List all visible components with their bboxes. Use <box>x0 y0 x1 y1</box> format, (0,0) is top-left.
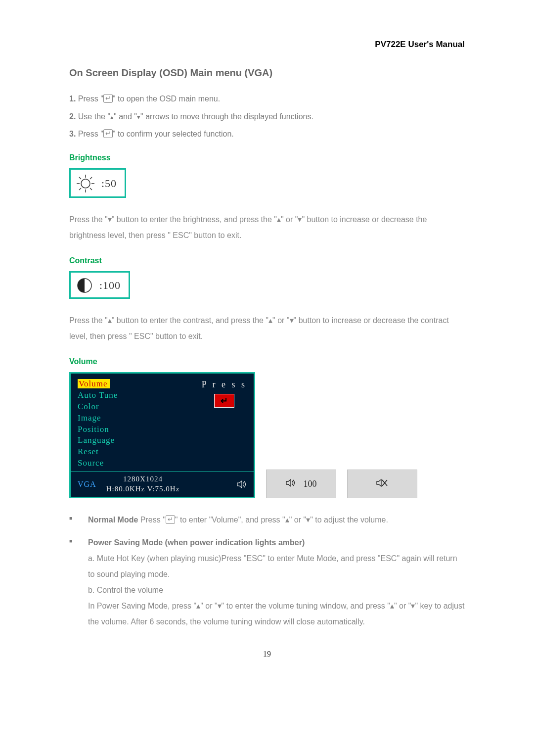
resolution-label: 1280X1024 H:80.0KHz V:75.0Hz <box>106 474 180 494</box>
text: " to enter the volume tuning window, and… <box>222 602 390 610</box>
osd-press-hint: P r e s s ↵ <box>202 378 247 470</box>
text: " or " <box>394 602 411 610</box>
text: Press " <box>138 516 165 524</box>
speaker-icon <box>286 478 298 490</box>
mute-indicator-box <box>347 470 417 498</box>
text: " button to enter the contrast, and pres… <box>112 316 268 325</box>
osd-menu-item: Language <box>78 435 115 445</box>
volume-level-value: 100 <box>304 479 317 489</box>
osd-menu-item: Auto Tune <box>78 390 118 400</box>
osd-status-bar: VGA 1280X1024 H:80.0KHz V:75.0Hz <box>71 471 254 497</box>
text: Press the " <box>69 215 108 224</box>
enter-key-icon: ↵ <box>214 394 234 408</box>
document-title: PV722E User's Manual <box>69 40 465 49</box>
step-2: 2. Use the "▴" and "▾" arrows to move th… <box>69 110 465 123</box>
contrast-osd-box: :100 <box>69 271 130 299</box>
enter-icon: ↵ <box>166 515 175 524</box>
svg-line-6 <box>90 188 92 190</box>
down-arrow-icon: ▾ <box>290 316 294 325</box>
text: " to open the OSD main menu. <box>113 94 220 103</box>
text: Press " <box>76 94 103 103</box>
brightness-osd-box: :50 <box>69 168 126 198</box>
svg-point-0 <box>81 179 90 188</box>
text: " arrows to move through the displayed f… <box>140 112 313 121</box>
text: " or " <box>200 602 217 610</box>
volume-heading: Volume <box>69 357 465 366</box>
text: b. Control the volume <box>88 586 163 594</box>
step-number: 3. <box>69 130 76 138</box>
osd-menu-item: Position <box>78 425 109 434</box>
contrast-icon <box>76 277 93 294</box>
step-3: 3. Press "↵" to confirm your selected fu… <box>69 128 465 141</box>
text: H:80.0KHz V:75.0Hz <box>106 485 180 493</box>
volume-indicator-box: 100 <box>266 470 336 498</box>
up-arrow-icon: ▴ <box>268 316 272 325</box>
volume-figure-row: Volume Auto Tune Color Image Position La… <box>69 372 465 499</box>
normal-mode-label: Normal Mode <box>88 516 138 524</box>
text: " to confirm your selected function. <box>113 130 234 138</box>
page-number: 19 <box>69 650 465 659</box>
up-arrow-icon: ▴ <box>277 215 281 224</box>
volume-notes-list: ■ Normal Mode Press "↵" to enter "Volume… <box>69 512 465 630</box>
up-arrow-icon: ▴ <box>196 602 200 610</box>
osd-menu-item: Image <box>78 413 101 423</box>
osd-menu-item: Source <box>78 458 104 468</box>
contrast-heading: Contrast <box>69 256 465 265</box>
text: " to enter "Volume", and press " <box>175 516 285 524</box>
contrast-description: Press the "▴" button to enter the contra… <box>69 313 465 344</box>
power-saving-mode-label: Power Saving Mode (when power indication… <box>88 538 305 547</box>
svg-line-8 <box>79 188 81 190</box>
text: 1280X1024 <box>123 475 163 483</box>
press-label: P r e s s <box>202 379 247 390</box>
text: " to adjust the volume. <box>310 516 388 524</box>
osd-menu-item: Reset <box>78 447 99 456</box>
speaker-icon <box>237 480 248 489</box>
text: In Power Saving Mode, press " <box>88 602 196 610</box>
bullet-icon: ■ <box>69 535 74 630</box>
text: a. Mute Hot Key (when playing music)Pres… <box>88 554 457 578</box>
input-source-label: VGA <box>78 480 96 489</box>
enter-icon: ↵ <box>103 94 113 103</box>
brightness-value: :50 <box>101 177 117 190</box>
text: Press the " <box>69 316 108 325</box>
brightness-description: Press the "▾" button to enter the bright… <box>69 212 465 243</box>
text: Use the " <box>76 112 110 121</box>
up-arrow-icon: ▴ <box>390 602 394 610</box>
text: " button to enter the brightness, and pr… <box>112 215 277 224</box>
up-arrow-icon: ▴ <box>110 113 114 121</box>
text: " or " <box>281 215 298 224</box>
steps-list: 1. Press "↵" to open the OSD main menu. … <box>69 93 465 141</box>
svg-line-5 <box>79 177 81 179</box>
text: " or " <box>272 316 289 325</box>
brightness-icon <box>76 174 95 193</box>
osd-menu-items: Volume Auto Tune Color Image Position La… <box>78 378 118 470</box>
osd-menu-item: Color <box>78 402 99 411</box>
brightness-heading: Brightness <box>69 153 465 162</box>
text: " and " <box>114 112 137 121</box>
step-number: 1. <box>69 94 76 103</box>
manual-page: PV722E User's Manual On Screen Display (… <box>0 0 534 688</box>
list-item: ■ Normal Mode Press "↵" to enter "Volume… <box>69 512 465 528</box>
down-arrow-icon: ▾ <box>306 516 310 524</box>
bullet-icon: ■ <box>69 512 74 528</box>
contrast-value: :100 <box>99 279 121 292</box>
osd-menu-item-highlighted: Volume <box>78 379 110 388</box>
down-arrow-icon: ▾ <box>108 215 112 224</box>
osd-main-menu: Volume Auto Tune Color Image Position La… <box>69 372 255 499</box>
up-arrow-icon: ▴ <box>108 316 112 325</box>
mute-icon <box>376 477 389 491</box>
enter-icon: ↵ <box>103 129 113 138</box>
svg-line-7 <box>90 177 92 179</box>
section-heading: On Screen Display (OSD) Main menu (VGA) <box>69 67 465 79</box>
text: " or " <box>289 516 306 524</box>
down-arrow-icon: ▾ <box>218 602 222 610</box>
down-arrow-icon: ▾ <box>137 113 140 121</box>
text: Press " <box>76 130 103 138</box>
up-arrow-icon: ▴ <box>285 516 289 524</box>
step-1: 1. Press "↵" to open the OSD main menu. <box>69 93 465 105</box>
list-item: ■ Power Saving Mode (when power indicati… <box>69 535 465 630</box>
step-number: 2. <box>69 112 76 121</box>
